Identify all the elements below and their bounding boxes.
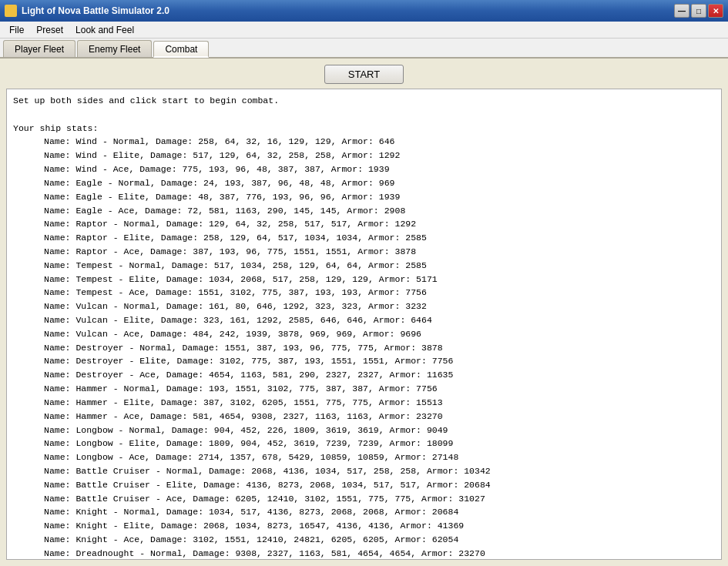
start-button[interactable]: START: [324, 65, 404, 84]
ship-entry: Name: Vulcan - Elite, Damage: 323, 161, …: [13, 313, 715, 327]
content-box: Set up both sides and click start to beg…: [6, 89, 722, 560]
maximize-button[interactable]: □: [691, 4, 706, 18]
ship-entry: Name: Raptor - Normal, Damage: 129, 64, …: [13, 217, 715, 231]
window-title: Light of Nova Battle Simulator 2.0: [22, 5, 169, 16]
ship-list: Name: Wind - Normal, Damage: 258, 64, 32…: [13, 135, 715, 559]
ship-entry: Name: Destroyer - Normal, Damage: 1551, …: [13, 341, 715, 355]
tab-enemy-fleet[interactable]: Enemy Fleet: [77, 40, 152, 57]
ship-stats-header: Your ship stats:: [13, 122, 715, 136]
ship-entry: Name: Knight - Elite, Damage: 2068, 1034…: [13, 519, 715, 533]
close-button[interactable]: ✕: [708, 4, 723, 18]
start-button-row: START: [6, 65, 722, 84]
ship-entry: Name: Eagle - Elite, Damage: 48, 387, 77…: [13, 190, 715, 204]
ship-entry: Name: Vulcan - Normal, Damage: 161, 80, …: [13, 300, 715, 313]
ship-entry: Name: Wind - Normal, Damage: 258, 64, 32…: [13, 135, 715, 149]
ship-entry: Name: Eagle - Normal, Damage: 24, 193, 3…: [13, 176, 715, 190]
menu-file[interactable]: File: [3, 23, 30, 37]
ship-entry: Name: Longbow - Ace, Damage: 2714, 1357,…: [13, 450, 715, 464]
ship-entry: Name: Vulcan - Ace, Damage: 484, 242, 19…: [13, 327, 715, 341]
tab-combat[interactable]: Combat: [153, 41, 209, 58]
title-bar-controls: — □ ✕: [674, 4, 723, 18]
intro-text: Set up both sides and click start to beg…: [13, 94, 715, 108]
ship-entry: Name: Raptor - Ace, Damage: 387, 193, 96…: [13, 245, 715, 259]
ship-entry: Name: Tempest - Ace, Damage: 1551, 3102,…: [13, 286, 715, 300]
ship-entry: Name: Hammer - Normal, Damage: 193, 1551…: [13, 382, 715, 396]
title-bar-left: Light of Nova Battle Simulator 2.0: [5, 5, 169, 17]
ship-entry: Name: Tempest - Normal, Damage: 517, 103…: [13, 259, 715, 273]
ship-entry: Name: Tempest - Elite, Damage: 1034, 206…: [13, 273, 715, 286]
ship-entry: Name: Raptor - Elite, Damage: 258, 129, …: [13, 231, 715, 245]
tab-bar: Player Fleet Enemy Fleet Combat: [0, 39, 728, 59]
menu-preset[interactable]: Preset: [30, 23, 69, 37]
ship-entry: Name: Wind - Ace, Damage: 775, 193, 96, …: [13, 162, 715, 176]
ship-entry: Name: Hammer - Ace, Damage: 581, 4654, 9…: [13, 410, 715, 424]
menu-look-and-feel[interactable]: Look and Feel: [69, 23, 140, 37]
ship-entry: Name: Battle Cruiser - Ace, Damage: 6205…: [13, 492, 715, 506]
ship-entry: Name: Destroyer - Ace, Damage: 4654, 116…: [13, 368, 715, 382]
ship-entry: Name: Knight - Normal, Damage: 1034, 517…: [13, 505, 715, 519]
ship-entry: Name: Dreadnought - Normal, Damage: 9308…: [13, 547, 715, 559]
ship-entry: Name: Battle Cruiser - Normal, Damage: 2…: [13, 464, 715, 478]
app-icon: [5, 5, 17, 17]
ship-entry: Name: Wind - Elite, Damage: 517, 129, 64…: [13, 149, 715, 162]
tab-player-fleet[interactable]: Player Fleet: [3, 40, 75, 57]
title-bar: Light of Nova Battle Simulator 2.0 — □ ✕: [0, 0, 728, 22]
ship-entry: Name: Hammer - Elite, Damage: 387, 3102,…: [13, 396, 715, 410]
ship-entry: Name: Destroyer - Elite, Damage: 3102, 7…: [13, 354, 715, 368]
menu-bar: File Preset Look and Feel: [0, 22, 728, 39]
main-content: START Set up both sides and click start …: [0, 59, 728, 566]
ship-entry: Name: Battle Cruiser - Elite, Damage: 41…: [13, 478, 715, 492]
minimize-button[interactable]: —: [674, 4, 689, 18]
ship-entry: Name: Longbow - Elite, Damage: 1809, 904…: [13, 437, 715, 450]
ship-entry: Name: Knight - Ace, Damage: 3102, 1551, …: [13, 533, 715, 547]
ship-entry: Name: Eagle - Ace, Damage: 72, 581, 1163…: [13, 204, 715, 218]
ship-entry: Name: Longbow - Normal, Damage: 904, 452…: [13, 424, 715, 437]
combat-log[interactable]: Set up both sides and click start to beg…: [7, 89, 721, 559]
